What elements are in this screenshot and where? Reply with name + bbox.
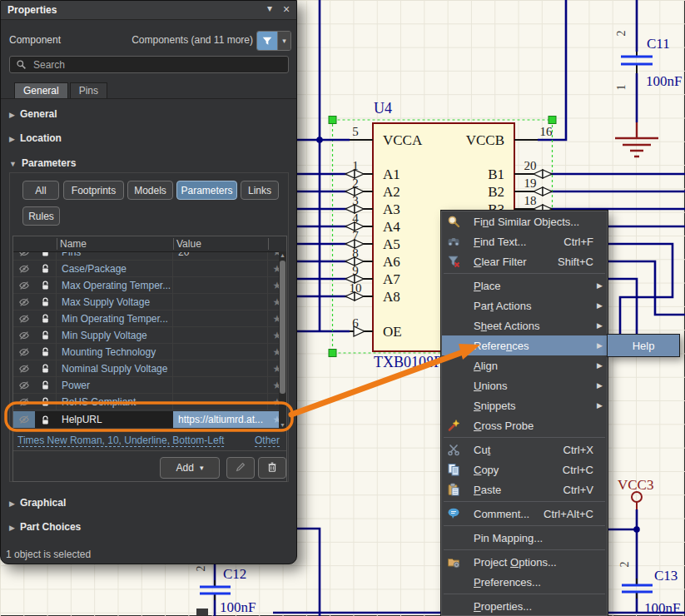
visibility-eye-slash-icon[interactable] — [13, 377, 35, 394]
search-input[interactable] — [32, 58, 268, 72]
parameter-name[interactable]: Min Supply Voltage — [57, 327, 173, 344]
menu-item-place[interactable]: Place▶ — [442, 276, 607, 296]
parameter-row-min-operating-temper[interactable]: Min Operating Temper...★ — [13, 310, 286, 327]
menu-item-comment[interactable]: Comment...Ctrl+Alt+C — [442, 504, 607, 524]
menu-item-clear-filter[interactable]: Clear FilterShift+C — [442, 251, 607, 271]
capacitor-c12[interactable]: C12 100nF 2 — [195, 566, 256, 616]
parameter-name[interactable]: Max Operating Temper... — [57, 277, 173, 294]
panel-titlebar[interactable]: Properties ▾ × — [1, 1, 296, 20]
section-graphical[interactable]: ▶Graphical — [9, 497, 66, 509]
parameter-value[interactable] — [173, 294, 268, 310]
lock-icon[interactable] — [35, 411, 57, 428]
scroll-up-icon[interactable]: ▲ — [279, 251, 286, 259]
lock-icon[interactable] — [35, 394, 57, 410]
capacitor-c11[interactable]: C11 100nF 2 1 — [615, 31, 682, 157]
table-scrollbar[interactable]: ▲ ▼ — [279, 251, 286, 429]
panel-menu-caret-icon[interactable]: ▾ — [263, 2, 276, 14]
section-general[interactable]: ▶General — [9, 108, 57, 120]
tab-general[interactable]: General — [14, 82, 68, 99]
section-parameters[interactable]: ▼Parameters — [9, 157, 76, 169]
filter-tab-all[interactable]: All — [22, 181, 59, 200]
parameter-value[interactable] — [173, 360, 268, 377]
lock-icon[interactable] — [35, 252, 57, 261]
visibility-eye-slash-icon[interactable] — [13, 252, 35, 261]
power-port-vcc3[interactable]: VCC3 — [618, 477, 653, 509]
menu-item-unions[interactable]: Unions▶ — [442, 375, 607, 395]
delete-button[interactable] — [258, 457, 286, 479]
parameter-row-mounting-technology[interactable]: Mounting Technology★ — [13, 344, 286, 360]
parameter-name[interactable]: HelpURL — [57, 411, 173, 428]
capacitor-c13[interactable]: C13 100nF 2 — [618, 562, 680, 616]
menu-item-part-actions[interactable]: Part Actions▶ — [442, 296, 607, 315]
lock-icon[interactable] — [35, 360, 57, 377]
lock-icon[interactable] — [35, 310, 57, 327]
parameter-value[interactable] — [173, 310, 268, 327]
parameter-name[interactable]: Case/Package — [57, 261, 173, 277]
parameter-value[interactable] — [173, 394, 268, 410]
menu-item-snippets[interactable]: Snippets▶ — [442, 395, 607, 415]
menu-item-cross-probe[interactable]: Cross Probe — [442, 415, 607, 435]
other-link[interactable]: Other — [255, 435, 280, 447]
lock-icon[interactable] — [35, 344, 57, 360]
lock-icon[interactable] — [35, 277, 57, 294]
section-location[interactable]: ▶Location — [9, 132, 62, 144]
visibility-eye-slash-icon[interactable] — [13, 394, 35, 410]
funnel-icon[interactable] — [257, 32, 277, 50]
parameter-value[interactable] — [173, 344, 268, 360]
parameter-value[interactable]: https://altiumrd.at... — [173, 411, 268, 428]
menu-item-project-options[interactable]: Project Options... — [442, 552, 607, 572]
menu-item-copy[interactable]: CopyCtrl+C — [442, 460, 607, 479]
parameter-value[interactable]: 20 — [173, 252, 268, 261]
menu-item-paste[interactable]: PasteCtrl+V — [442, 479, 607, 499]
lock-icon[interactable] — [35, 327, 57, 344]
column-header-name[interactable]: Name — [60, 238, 87, 250]
menu-item-preferences[interactable]: Preferences... — [442, 572, 607, 592]
panel-close-icon[interactable]: × — [280, 2, 293, 16]
parameter-row-power[interactable]: Power★ — [13, 377, 286, 394]
font-settings-link[interactable]: Times New Roman, 10, Underline, Bottom-L… — [17, 435, 224, 447]
parameter-name[interactable]: RoHS Compliant — [57, 394, 173, 410]
parameter-row-helpurl[interactable]: HelpURLhttps://altiumrd.at...★ — [13, 410, 286, 429]
menu-item-cut[interactable]: CutCtrl+X — [442, 440, 607, 460]
filter-tab-footprints[interactable]: Footprints — [63, 181, 124, 200]
parameter-row-max-operating-temper[interactable]: Max Operating Temper...★ — [13, 277, 286, 294]
filter-tab-rules[interactable]: Rules — [22, 206, 60, 226]
parameter-row-pins[interactable]: Pins20★ — [13, 252, 286, 261]
submenu-item-help[interactable]: Help — [607, 334, 680, 357]
filter-tab-links[interactable]: Links — [241, 181, 279, 200]
menu-item-references[interactable]: References▶ — [442, 335, 607, 355]
visibility-eye-slash-icon[interactable] — [13, 310, 35, 327]
visibility-eye-slash-icon[interactable] — [13, 261, 35, 277]
scrollbar-thumb[interactable] — [280, 261, 285, 394]
parameter-value[interactable] — [173, 377, 268, 394]
visibility-eye-slash-icon[interactable] — [13, 411, 35, 428]
visibility-eye-slash-icon[interactable] — [13, 327, 35, 344]
parameter-value[interactable] — [173, 261, 268, 277]
scroll-down-icon[interactable]: ▼ — [279, 421, 286, 429]
add-button[interactable]: Add ▾ — [160, 457, 220, 479]
menu-item-align[interactable]: Align▶ — [442, 355, 607, 375]
parameter-name[interactable]: Max Supply Voltage — [57, 294, 173, 310]
filter-split-button[interactable]: ▾ — [256, 31, 291, 51]
lock-icon[interactable] — [35, 261, 57, 277]
lock-icon[interactable] — [35, 294, 57, 310]
parameter-row-min-supply-voltage[interactable]: Min Supply Voltage★ — [13, 327, 286, 344]
filter-tab-parameters[interactable]: Parameters — [176, 181, 237, 200]
menu-item-find-text[interactable]: Find Text...Ctrl+F — [442, 231, 607, 251]
parameter-value[interactable] — [173, 327, 268, 344]
parameter-row-case-package[interactable]: Case/Package★ — [13, 261, 286, 277]
menu-item-find-similar-objects[interactable]: Find Similar Objects... — [442, 211, 607, 231]
parameter-row-max-supply-voltage[interactable]: Max Supply Voltage★ — [13, 294, 286, 310]
visibility-eye-slash-icon[interactable] — [13, 277, 35, 294]
parameter-row-rohs-compliant[interactable]: RoHS Compliant★ — [13, 394, 286, 410]
section-part-choices[interactable]: ▶Part Choices — [9, 521, 81, 533]
lock-icon[interactable] — [35, 377, 57, 394]
tab-pins[interactable]: Pins — [70, 82, 107, 99]
parameter-row-nominal-supply-voltage[interactable]: Nominal Supply Voltage★ — [13, 360, 286, 377]
parameter-name[interactable]: Mounting Technology — [57, 344, 173, 360]
menu-item-properties[interactable]: Properties... — [442, 596, 607, 616]
column-header-value[interactable]: Value — [176, 238, 201, 250]
visibility-eye-slash-icon[interactable] — [13, 344, 35, 360]
parameter-value[interactable] — [173, 277, 268, 294]
edit-button[interactable] — [226, 457, 255, 479]
